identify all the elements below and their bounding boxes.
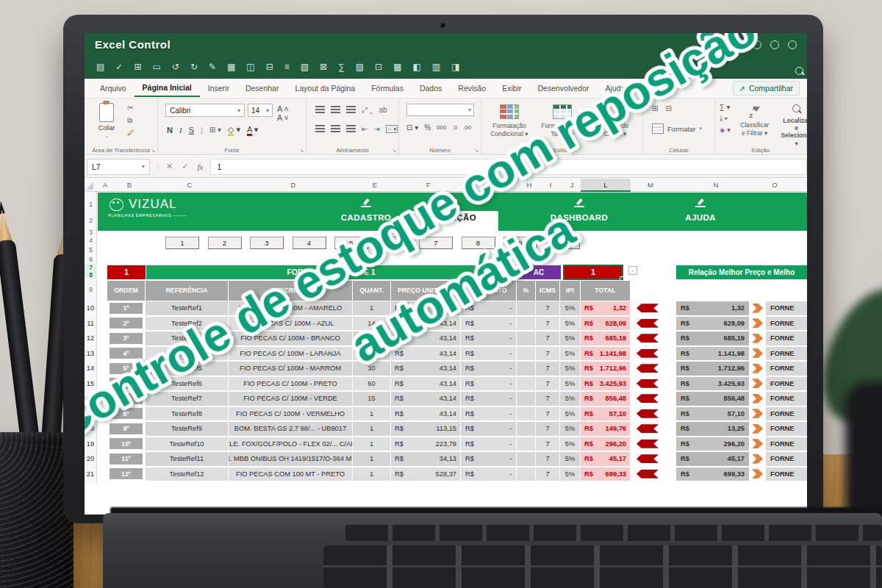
melhor-preco-cell[interactable]: R$13,25 [676, 422, 749, 436]
column-header[interactable]: E [367, 179, 383, 192]
melhor-preco-cell[interactable]: R$685,19 [676, 331, 749, 345]
sort-filter-button[interactable]: AZ Classificare Filtrar ▾ [740, 104, 769, 147]
col-header-total[interactable]: TOTAL [581, 281, 630, 301]
icms-cell[interactable]: 7 [536, 392, 559, 406]
icms-cell[interactable]: 7 [536, 377, 559, 391]
fornecedor-cell[interactable]: FORNE [766, 422, 807, 436]
row-header[interactable]: 5 [85, 246, 97, 254]
toolbar-icon[interactable]: ⊟ [266, 62, 273, 71]
dialog-launcher-icon[interactable]: ↘ [392, 148, 396, 154]
banner-nav-tab[interactable]: AJUDA [656, 196, 745, 222]
icms-cell[interactable]: 7 [536, 452, 559, 466]
fornecedor-cell[interactable]: FORNE [766, 301, 807, 315]
row-header[interactable]: 3 [85, 229, 97, 236]
pct-cell[interactable] [517, 392, 535, 406]
fornecedor-cell[interactable]: FORNE [766, 437, 807, 451]
toolbar-icon[interactable]: ⊠ [320, 62, 327, 71]
total-cell[interactable]: R$699,33 [581, 467, 630, 481]
desconto-cell[interactable]: R$- [461, 437, 516, 451]
accounting-format-icon[interactable]: ⊡ ▾ [406, 123, 418, 132]
total-cell[interactable]: R$1.141,98 [581, 347, 630, 361]
dialog-launcher-icon[interactable]: ↘ [299, 148, 304, 154]
wrap-text-icon[interactable]: ab [379, 106, 387, 115]
ribbon-tab[interactable]: Arquivo [92, 80, 135, 96]
icms-cell[interactable]: 7 [536, 331, 559, 345]
align-bottom-icon[interactable] [346, 106, 356, 114]
column-header[interactable]: D [285, 179, 301, 192]
row-header[interactable]: 1 [85, 201, 97, 208]
col-header-preco[interactable]: PREÇO UNITÁRIO [391, 281, 460, 301]
descricao-cell[interactable]: FIO PECAS C/ 100M - AZUL [229, 317, 352, 331]
page-button[interactable]: 6 [377, 237, 411, 249]
dialog-launcher-icon[interactable]: ↘ [474, 148, 478, 154]
ordem-cell[interactable]: 1º [107, 301, 145, 315]
col-header-desconto[interactable]: DESCONTO [461, 281, 516, 301]
icms-cell[interactable]: 7 [536, 362, 559, 376]
referencia-cell[interactable]: TesteRef11 [146, 452, 228, 466]
quantidade-cell[interactable]: 1 [353, 467, 390, 481]
pct-cell[interactable] [517, 467, 535, 481]
row-header[interactable]: 16 [85, 392, 97, 406]
preco-unitario-cell[interactable]: R$43,14 [391, 331, 460, 345]
toolbar-icon[interactable]: ◫ [246, 62, 254, 71]
descricao-cell[interactable]: FIO PECAS C/ 100M - PRETO [229, 377, 352, 391]
toolbar-icon[interactable]: ⊡ [375, 62, 382, 71]
total-cell[interactable]: R$856,48 [581, 392, 630, 406]
page-button[interactable]: 2 [208, 237, 242, 249]
row-header[interactable]: 12 [85, 331, 97, 345]
column-header[interactable]: J [564, 179, 580, 192]
close-button[interactable] [788, 40, 797, 49]
row-header[interactable]: 17 [85, 407, 97, 421]
ribbon-tab[interactable]: Inserir [200, 80, 237, 96]
descricao-cell[interactable]: BOM. BESTA GS 2.7 98/... - UB9017 [229, 422, 352, 436]
toolbar-icon[interactable]: ✎ [209, 62, 216, 71]
referencia-cell[interactable]: TesteRef8 [146, 407, 228, 421]
referencia-cell[interactable]: TesteRef10 [146, 437, 228, 451]
desconto-cell[interactable]: R$- [461, 467, 516, 481]
total-cell[interactable]: R$57,10 [581, 407, 630, 421]
total-cell[interactable]: R$685,19 [581, 331, 630, 345]
ipi-cell[interactable]: 5% [560, 362, 580, 376]
ac-cell[interactable]: AC [517, 265, 561, 279]
toolbar-icon[interactable]: ▩ [393, 62, 401, 71]
icms-cell[interactable]: 7 [536, 467, 559, 481]
ribbon-tab[interactable]: Exibir [494, 80, 529, 96]
banner-nav-tab[interactable]: COTAÇÃO [410, 196, 498, 222]
account-avatar[interactable] [735, 40, 744, 49]
ribbon-tab[interactable]: Desenhar [237, 80, 287, 96]
descricao-cell[interactable]: FIO PECAS COM 100 MT - PRETO [229, 467, 352, 481]
total-cell[interactable]: R$1,32 [581, 301, 630, 315]
ordem-cell[interactable]: 2º [107, 317, 145, 331]
fill-icon[interactable]: ⤓ ▾ [720, 114, 731, 123]
row-header[interactable]: 6 [85, 256, 97, 263]
page-button[interactable]: 5 [334, 237, 368, 249]
column-header[interactable]: C [182, 179, 198, 192]
ribbon-tab[interactable]: Fórmulas [363, 80, 412, 96]
page-button[interactable]: 8 [462, 237, 495, 249]
pct-cell[interactable] [517, 347, 535, 361]
melhor-preco-cell[interactable]: R$57,10 [676, 407, 749, 421]
toolbar-icon[interactable]: ↺ [172, 62, 179, 71]
increase-decimal-button[interactable]: ,0 [452, 124, 457, 131]
column-header[interactable]: G [484, 179, 500, 192]
ordem-cell[interactable]: 11º [107, 452, 145, 466]
preco-unitario-cell[interactable]: R$43,14 [391, 392, 460, 406]
toolbar-icon[interactable]: ▨ [301, 62, 309, 71]
desconto-cell[interactable]: R$- [461, 362, 516, 376]
ipi-cell[interactable]: 5% [560, 407, 580, 421]
quantidade-cell[interactable]: 20 [353, 347, 390, 361]
italic-button[interactable]: I [179, 126, 182, 135]
preco-unitario-cell[interactable]: R$1,25 [391, 301, 460, 315]
desconto-cell[interactable]: R$- [461, 452, 516, 466]
ribbon-tab[interactable]: Dados [412, 80, 450, 96]
increase-indent-icon[interactable]: ⇥ [373, 125, 379, 133]
descricao-cell[interactable]: FIO PECAS C/ 100M - MARROM [229, 362, 352, 376]
total-cell[interactable]: R$296,20 [581, 437, 630, 451]
toolbar-icon[interactable]: ✓ [115, 62, 123, 71]
referencia-cell[interactable]: TesteRef2 [146, 317, 228, 331]
toolbar-icon[interactable]: ◧ [412, 62, 420, 71]
pct-cell[interactable] [517, 362, 535, 376]
desconto-cell[interactable]: R$- [461, 392, 516, 406]
toolbar-icon[interactable]: ⊞ [134, 62, 141, 71]
ipi-cell[interactable]: 5% [560, 331, 580, 345]
